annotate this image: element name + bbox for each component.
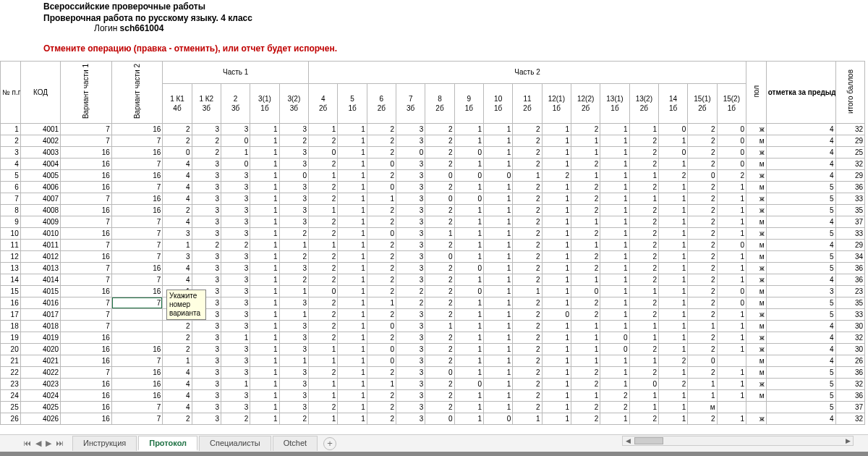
table-row[interactable]: 940097743313212321121112121м437: [1, 216, 865, 228]
horizontal-scrollbar[interactable]: ◀ ▶: [622, 436, 854, 446]
table-row[interactable]: 254025167433132123211212211м537: [1, 402, 865, 413]
scroll-left-icon: ◀: [623, 437, 633, 444]
table-row[interactable]: 22402271643313212301121212121м536: [1, 367, 865, 379]
table-row[interactable]: 204020161623313110321121102121ж430: [1, 344, 865, 355]
data-grid[interactable]: № п.п. КОД Вариант части 1 Вариант части…: [0, 61, 865, 425]
col-task-11: 101б: [484, 83, 513, 124]
col-task-18: 15(1)2б: [688, 83, 717, 124]
col-task-17: 141б: [658, 83, 687, 124]
section-part2: Часть 2: [309, 62, 746, 84]
col-var1: Вариант части 1: [61, 62, 112, 124]
table-row[interactable]: 84008161623313112321121212121ж535: [1, 205, 865, 216]
section-part1: Часть 1: [163, 62, 309, 84]
col-pol: пол: [746, 62, 767, 124]
table-row[interactable]: 12401216733312212301121212121м534: [1, 251, 865, 263]
col-task-13: 12(1)1б: [542, 83, 571, 124]
col-total: итого баллов: [835, 62, 864, 124]
scroll-thumb[interactable]: [634, 437, 663, 444]
col-task-2: 23б: [221, 83, 250, 124]
col-code: КОД: [20, 62, 60, 124]
table-row[interactable]: 26402616723212112301011212121ж432: [1, 413, 865, 425]
sheet-tab-инструкция[interactable]: Инструкция: [72, 436, 137, 451]
table-row[interactable]: 54005161643310112300012111202ж429: [1, 170, 865, 182]
col-task-7: 62б: [367, 83, 396, 124]
col-task-4: 3(2)3б: [279, 83, 308, 124]
col-task-0: 1 К14б: [163, 83, 192, 124]
table-row[interactable]: 34003161602113012020121112020ж425: [1, 147, 865, 159]
tab-nav-last-icon: ⏭: [54, 439, 65, 448]
table-row[interactable]: 1440147743312212321121112121ж436: [1, 274, 865, 286]
table-row[interactable]: 16401677▾43313211221121212120м535: [1, 297, 865, 309]
table-row[interactable]: 4400416743013210321121212120м432: [1, 159, 865, 170]
scroll-right-icon: ▶: [843, 437, 853, 444]
sheet-tab-bar: ⏮◀ ▶⏭ ИнструкцияПротоколСпециалистыOtche…: [0, 434, 868, 452]
spreadsheet-area: Всероссийские проверочные работы Проверо…: [0, 0, 868, 431]
col-task-8: 73б: [396, 83, 425, 124]
col-task-15: 13(1)1б: [600, 83, 629, 124]
col-task-14: 12(2)2б: [571, 83, 600, 124]
table-row[interactable]: 1940191623113212321121101121ж432: [1, 332, 865, 344]
sheet-tab-протокол[interactable]: Протокол: [138, 436, 197, 451]
warning-text: Отмените операцию (правка - отменить), и…: [0, 33, 868, 56]
col-n: № п.п.: [1, 62, 21, 124]
title-line-2: Проверочная работа по русскому языку. 4 …: [0, 12, 868, 23]
col-task-19: 15(2)1б: [717, 83, 746, 124]
cell-tooltip: Укажите номер варианта: [166, 290, 206, 320]
table-row[interactable]: 240027722012212321121112120м429: [1, 135, 865, 147]
col-prev-mark: отметка за предыдущую четверть/ триместр: [766, 62, 835, 124]
table-row[interactable]: 184018723313210311121111111м430: [1, 321, 865, 332]
table-row[interactable]: 1140117712211112321121112120м429: [1, 240, 865, 251]
table-row[interactable]: 1400171623313112321121211020ж432: [1, 124, 865, 135]
window-border: [0, 452, 868, 456]
tab-nav-first-icon: ⏮: [22, 439, 33, 448]
table-row[interactable]: 234023161643113111320121210211ж532: [1, 379, 865, 390]
tab-nav-next-icon: ▶: [44, 439, 53, 448]
table-row[interactable]: 10401016733312210311121212121ж533: [1, 228, 865, 240]
col-task-16: 13(2)2б: [629, 83, 658, 124]
title-line-1: Всероссийские проверочные работы: [0, 0, 868, 12]
col-task-6: 51б: [338, 83, 367, 124]
tab-nav-arrows[interactable]: ⏮◀ ▶⏭: [22, 439, 65, 448]
table-row[interactable]: 244024161643313112321121121111м536: [1, 390, 865, 402]
col-task-5: 42б: [309, 83, 338, 124]
table-row[interactable]: 7400771643313211300121211121ж533: [1, 193, 865, 205]
table-row[interactable]: 2140211671331111032112111120м426: [1, 355, 865, 367]
tab-nav-prev-icon: ◀: [34, 439, 43, 448]
col-task-1: 1 К23б: [192, 83, 221, 124]
sheet-tab-otchet[interactable]: Otchet: [273, 436, 318, 451]
table-row[interactable]: 154015161613311012220111011120м323: [1, 286, 865, 297]
table-row[interactable]: 6400616743313210321121212121м536: [1, 182, 865, 193]
col-task-3: 3(1)1б: [250, 83, 279, 124]
col-var2: Вариант части 2: [111, 62, 163, 124]
login-line: Логин sch661004: [0, 23, 868, 33]
col-task-9: 82б: [425, 83, 454, 124]
col-task-12: 112б: [513, 83, 542, 124]
table-row[interactable]: 174017723311212321120212121ж533: [1, 309, 865, 321]
sheet-tab-специалисты[interactable]: Специалисты: [199, 436, 271, 451]
table-row[interactable]: 13401371643313212320121212121ж536: [1, 263, 865, 274]
col-task-10: 91б: [454, 83, 483, 124]
add-sheet-button[interactable]: +: [323, 437, 336, 450]
